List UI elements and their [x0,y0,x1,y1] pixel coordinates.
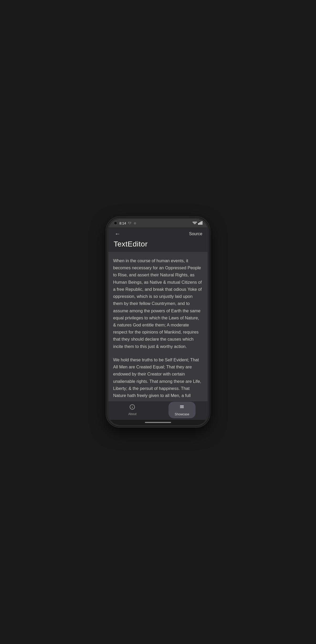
home-bar [145,422,171,423]
about-label: About [128,412,136,416]
status-left: 8:14 🛡 ☺ [114,221,137,225]
signal-icon [198,221,202,226]
camera-dot [114,221,117,225]
paragraph-2: We hold these truths to be Self Evident;… [113,356,203,401]
home-indicator [108,420,208,425]
svg-rect-4 [198,223,199,225]
text-content: When in the course of human events, it b… [113,257,203,401]
source-button[interactable]: Source [189,232,202,236]
svg-point-10 [132,406,133,406]
paragraph-1: When in the course of human events, it b… [113,257,203,350]
info-icon [129,404,135,411]
status-right [192,221,202,226]
phone-frame: 8:14 🛡 ☺ [107,217,209,427]
status-time: 8:14 [119,221,126,225]
page-title: TextEditor [114,240,202,248]
main-content[interactable]: When in the course of human events, it b… [108,252,208,401]
shield-icon: 🛡 [128,221,131,225]
showcase-label: Showcase [175,412,189,416]
svg-rect-6 [201,222,201,225]
bottom-nav: About Showcase [108,401,208,420]
wifi-icon [192,221,197,226]
back-button[interactable]: ← [114,230,122,238]
svg-rect-7 [202,221,203,225]
svg-marker-3 [194,224,196,225]
list-icon [179,404,185,411]
face-icon: ☺ [133,221,136,225]
app-bar-top: ← Source [114,230,202,238]
status-bar: 8:14 🛡 ☺ [108,219,208,227]
nav-item-about[interactable]: About [120,402,144,418]
app-bar: ← Source TextEditor [108,227,208,252]
nav-item-showcase[interactable]: Showcase [168,402,196,418]
svg-rect-5 [199,222,200,225]
